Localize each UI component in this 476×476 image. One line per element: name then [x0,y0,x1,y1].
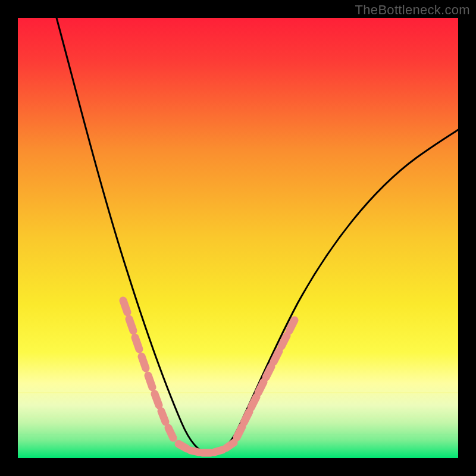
svg-line-3 [123,300,127,312]
svg-line-8 [155,394,159,405]
svg-line-22 [281,336,287,346]
svg-line-19 [258,382,264,393]
svg-line-21 [274,351,279,362]
svg-line-14 [214,450,223,452]
svg-line-17 [244,412,249,422]
svg-line-5 [135,337,139,349]
bottleneck-chart [0,0,476,476]
watermark-text: TheBottleneck.com [355,2,470,18]
svg-line-16 [237,427,242,437]
svg-line-20 [266,367,271,377]
svg-line-15 [226,443,234,448]
svg-line-10 [168,428,173,438]
svg-line-6 [142,356,146,368]
svg-line-23 [289,320,295,331]
svg-line-11 [178,444,187,449]
svg-line-9 [161,411,165,422]
svg-line-12 [190,450,199,452]
chart-stage: TheBottleneck.com [0,0,476,476]
svg-line-7 [148,375,152,387]
svg-line-18 [251,397,256,408]
svg-line-4 [129,319,133,331]
